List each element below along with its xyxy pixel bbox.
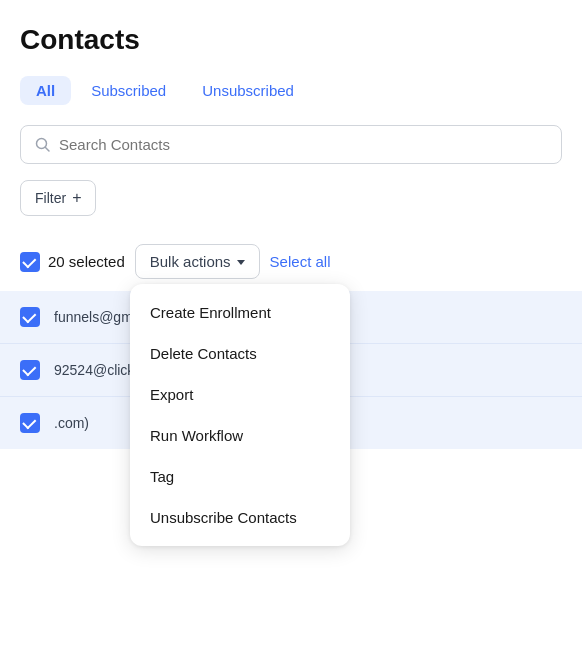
- filter-plus-icon: +: [72, 189, 81, 207]
- filter-button[interactable]: Filter +: [20, 180, 96, 216]
- dropdown-item-unsubscribe-contacts[interactable]: Unsubscribe Contacts: [130, 497, 350, 538]
- select-all-checkbox[interactable]: [20, 252, 40, 272]
- row-checkbox-3[interactable]: [20, 413, 40, 433]
- search-container: [20, 125, 562, 164]
- selected-count: 20 selected: [20, 252, 125, 272]
- search-input[interactable]: [59, 136, 547, 153]
- tab-all[interactable]: All: [20, 76, 71, 105]
- bulk-actions-button[interactable]: Bulk actions: [135, 244, 260, 279]
- tabs-container: All Subscribed Unsubscribed: [20, 76, 562, 105]
- dropdown-item-tag[interactable]: Tag: [130, 456, 350, 497]
- bulk-actions-label: Bulk actions: [150, 253, 231, 270]
- dropdown-item-create-enrollment[interactable]: Create Enrollment: [130, 292, 350, 333]
- dropdown-item-run-workflow[interactable]: Run Workflow: [130, 415, 350, 456]
- row-checkbox-2[interactable]: [20, 360, 40, 380]
- dropdown-item-delete-contacts[interactable]: Delete Contacts: [130, 333, 350, 374]
- row-checkbox-1[interactable]: [20, 307, 40, 327]
- chevron-down-icon: [237, 260, 245, 265]
- bulk-actions-dropdown: Create Enrollment Delete Contacts Export…: [130, 284, 350, 546]
- dropdown-item-export[interactable]: Export: [130, 374, 350, 415]
- filter-label: Filter: [35, 190, 66, 206]
- tab-unsubscribed[interactable]: Unsubscribed: [186, 76, 310, 105]
- count-label: 20 selected: [48, 253, 125, 270]
- selection-bar: 20 selected Bulk actions Select all Crea…: [20, 232, 562, 291]
- svg-line-1: [46, 147, 50, 151]
- search-icon: [35, 137, 51, 153]
- page-title: Contacts: [20, 24, 562, 56]
- row-email-3: .com): [54, 415, 89, 431]
- select-all-button[interactable]: Select all: [270, 249, 331, 274]
- tab-subscribed[interactable]: Subscribed: [75, 76, 182, 105]
